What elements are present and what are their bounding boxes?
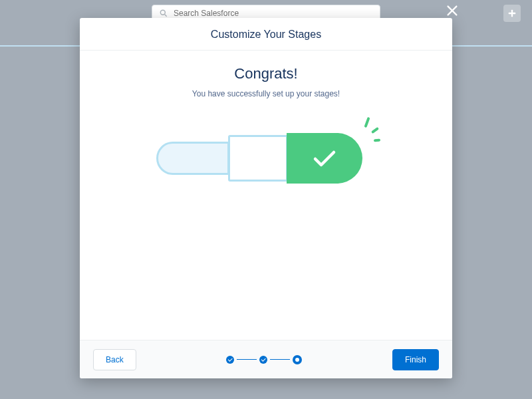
- step-3-current: [293, 355, 302, 364]
- spark-icon: [364, 117, 370, 128]
- step-2-done: [259, 356, 267, 364]
- search-input[interactable]: [174, 9, 373, 18]
- stages-illustration: [156, 133, 376, 206]
- plus-icon: [507, 9, 517, 18]
- add-app-button[interactable]: [503, 5, 521, 22]
- stage-segment-1: [156, 142, 229, 175]
- step-1-done: [226, 356, 234, 364]
- spark-icon: [374, 139, 380, 142]
- svg-point-0: [160, 10, 165, 15]
- step-connector: [270, 359, 290, 360]
- step-connector: [237, 359, 257, 360]
- stage-segment-3-complete: [287, 133, 362, 184]
- back-button[interactable]: Back: [93, 349, 136, 370]
- modal-footer: Back Finish: [80, 340, 452, 378]
- svg-rect-3: [509, 13, 516, 14]
- search-icon: [159, 9, 168, 18]
- spark-icon: [371, 127, 379, 134]
- finish-button[interactable]: Finish: [392, 349, 439, 370]
- step-indicator: [226, 355, 302, 364]
- modal-title: Customize Your Stages: [80, 18, 452, 51]
- congrats-subtext: You have successfully set up your stages…: [100, 89, 432, 98]
- modal-body: Congrats! You have successfully set up y…: [80, 51, 452, 340]
- svg-line-1: [165, 15, 167, 17]
- stage-segment-2: [228, 135, 288, 182]
- close-icon: [445, 3, 460, 18]
- congrats-heading: Congrats!: [100, 65, 432, 82]
- checkmark-icon: [311, 148, 338, 169]
- modal-dialog: Customize Your Stages Congrats! You have…: [80, 18, 452, 378]
